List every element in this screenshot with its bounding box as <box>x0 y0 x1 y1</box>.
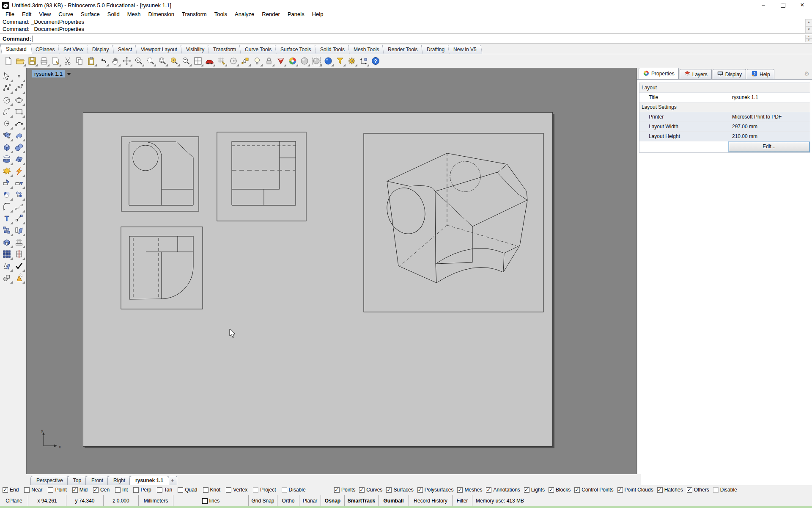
menu-panels[interactable]: Panels <box>284 11 308 17</box>
zoom-selected-icon[interactable] <box>169 55 180 66</box>
move-uvn-icon[interactable] <box>358 55 369 66</box>
lock-icon[interactable] <box>263 55 274 66</box>
command-input[interactable]: Command: ▲ ▼ <box>0 34 812 44</box>
patch-icon[interactable] <box>13 153 25 165</box>
toolbar-tab-standard[interactable]: Standard <box>0 44 32 54</box>
menu-file[interactable]: File <box>2 11 18 17</box>
fillet-curve-icon[interactable] <box>1 201 13 213</box>
osnap-project[interactable]: Project <box>253 487 276 493</box>
arc-icon[interactable] <box>1 106 13 118</box>
osnap-int[interactable]: Int <box>115 487 128 493</box>
checkbox-icon[interactable] <box>133 487 139 493</box>
checkbox-icon[interactable] <box>282 487 287 493</box>
status-gumball[interactable]: Gumball <box>379 495 409 506</box>
shaded-view-icon[interactable] <box>275 55 286 66</box>
status-x-94-261[interactable]: x 94.261 <box>28 495 66 506</box>
tube-icon[interactable] <box>1 153 13 165</box>
filter-annotations[interactable]: Annotations <box>486 487 520 493</box>
filter-curves[interactable]: Curves <box>359 487 382 493</box>
toolbar-tab-cplanes[interactable]: CPlanes <box>30 45 60 54</box>
checkbox-icon[interactable] <box>417 487 423 493</box>
filter-control-points[interactable]: Control Points <box>574 487 613 493</box>
osnap-quad[interactable]: Quad <box>178 487 197 493</box>
filter-surfaces[interactable]: Surfaces <box>386 487 413 493</box>
checkbox-icon[interactable] <box>253 487 258 493</box>
osnap-vertex[interactable]: Vertex <box>226 487 247 493</box>
mirror-icon[interactable] <box>13 224 25 236</box>
status-record-history[interactable]: Record History <box>409 495 453 506</box>
fillet-lightning-icon[interactable] <box>13 165 25 177</box>
viewport-tab-perspective[interactable]: Perspective <box>30 476 69 485</box>
point-icon[interactable] <box>13 70 25 82</box>
spinner-down-icon[interactable]: ▼ <box>805 39 812 42</box>
filter-lights[interactable]: Lights <box>524 487 545 493</box>
property-value[interactable]: Microsoft Print to PDF <box>728 112 810 121</box>
viewport-tab-right[interactable]: Right <box>107 476 131 485</box>
checkbox-icon[interactable] <box>574 487 580 493</box>
status-lines[interactable]: lines <box>173 495 249 506</box>
check-icon[interactable] <box>13 260 25 272</box>
menu-transform[interactable]: Transform <box>178 11 211 17</box>
viewport-tab-top[interactable]: Top <box>67 476 87 485</box>
control-point-curve-icon[interactable] <box>1 82 13 94</box>
group-dots-icon[interactable] <box>13 189 25 201</box>
lamp-icon[interactable] <box>252 55 263 66</box>
move-point-icon[interactable] <box>13 213 25 224</box>
select-arrow-icon[interactable] <box>1 70 13 82</box>
osnap-cen[interactable]: Cen <box>93 487 110 493</box>
property-value[interactable]: rysunek 1.1 <box>728 93 810 102</box>
osnap-end[interactable]: End <box>3 487 19 493</box>
export-page-icon[interactable] <box>50 55 61 66</box>
checkbox-icon[interactable] <box>24 487 30 493</box>
layout-paper[interactable] <box>83 112 553 447</box>
zoom-previous-icon[interactable] <box>181 55 192 66</box>
boolean-box-icon[interactable] <box>1 236 13 248</box>
status-cplane[interactable]: CPlane <box>0 495 28 506</box>
status-ortho[interactable]: Ortho <box>277 495 299 506</box>
minimize-button[interactable]: – <box>754 0 773 10</box>
toolbar-tab-visibility[interactable]: Visibility <box>180 45 210 54</box>
toolbar-tab-viewport-layout[interactable]: Viewport Layout <box>135 45 183 54</box>
checkbox-icon[interactable] <box>115 487 121 493</box>
panel-tab-display[interactable]: Display <box>713 69 746 79</box>
checkbox-icon[interactable] <box>178 487 183 493</box>
menu-analyze[interactable]: Analyze <box>231 11 258 17</box>
toolbar-tab-surface-tools[interactable]: Surface Tools <box>275 45 317 54</box>
checkbox-icon[interactable] <box>524 487 529 493</box>
show-grid-icon[interactable] <box>216 55 227 66</box>
filter-points[interactable]: Points <box>334 487 355 493</box>
circle-center-icon[interactable] <box>228 55 239 66</box>
status-grid-snap[interactable]: Grid Snap <box>249 495 277 506</box>
help-icon[interactable]: ? <box>370 55 381 66</box>
extrude-icon[interactable] <box>13 236 25 248</box>
toolbar-tab-solid-tools[interactable]: Solid Tools <box>314 45 350 54</box>
property-value[interactable]: 210.00 mm <box>728 132 810 141</box>
render-icon[interactable] <box>323 55 334 66</box>
osnap-markers-icon[interactable] <box>240 55 251 66</box>
toolbar-tab-curve-tools[interactable]: Curve Tools <box>239 45 277 54</box>
checkbox-icon[interactable] <box>713 487 719 493</box>
menu-dimension[interactable]: Dimension <box>145 11 178 17</box>
checkbox-icon[interactable] <box>93 487 99 493</box>
menu-solid[interactable]: Solid <box>104 11 123 17</box>
ellipse-icon[interactable] <box>13 94 25 106</box>
zoom-window-icon[interactable] <box>157 55 168 66</box>
osnap-knot[interactable]: Knot <box>203 487 221 493</box>
property-value[interactable]: 297.00 mm <box>728 122 810 131</box>
text-icon[interactable]: T <box>1 213 13 224</box>
spheres-icon[interactable] <box>13 141 25 153</box>
blocks-icon[interactable] <box>1 224 13 236</box>
circle-icon[interactable] <box>1 94 13 106</box>
toolbar-tab-select[interactable]: Select <box>112 45 137 54</box>
interpolate-curve-icon[interactable] <box>13 82 25 94</box>
open-folder-icon[interactable] <box>15 55 26 66</box>
explode-icon[interactable] <box>1 165 13 177</box>
panel-tab-properties[interactable]: Properties <box>639 68 679 79</box>
toolbar-tab-drafting[interactable]: Drafting <box>421 45 450 54</box>
checkbox-icon[interactable] <box>386 487 392 493</box>
surface-bend-icon[interactable] <box>13 130 25 141</box>
surface-from-points-icon[interactable] <box>1 130 13 141</box>
handle-curve-icon[interactable] <box>13 118 25 130</box>
viewport-tab-front[interactable]: Front <box>85 476 109 485</box>
command-history[interactable]: Command: _DocumentProperties Command: _D… <box>0 18 812 34</box>
